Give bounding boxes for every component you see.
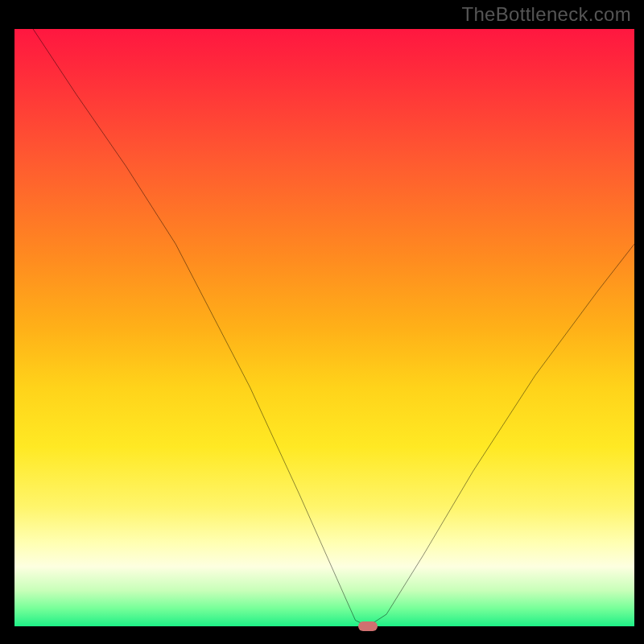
chart-frame: TheBottleneck.com [0, 0, 644, 644]
plot-area [14, 29, 634, 626]
min-marker [358, 621, 378, 631]
watermark-text: TheBottleneck.com [461, 3, 631, 26]
curve-path [33, 29, 634, 626]
bottleneck-curve [14, 29, 634, 626]
